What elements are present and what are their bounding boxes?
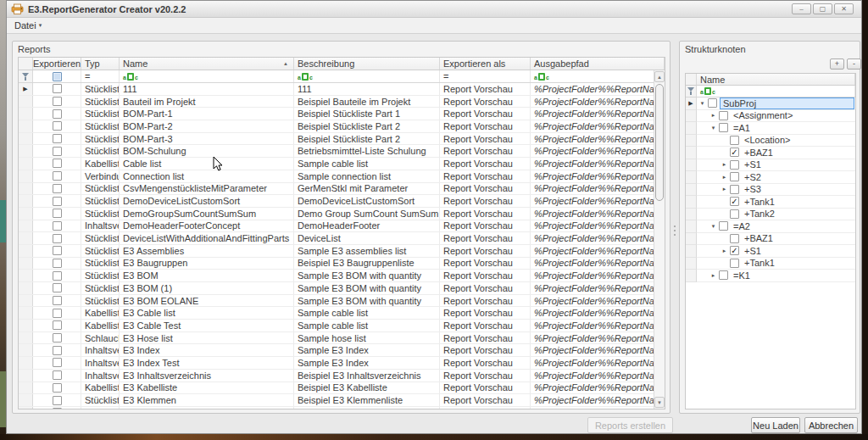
exportieren-cell[interactable] xyxy=(33,170,81,182)
expand-expanded-icon[interactable]: ▾ xyxy=(708,125,719,131)
filter-name[interactable]: ac xyxy=(120,70,294,82)
exportieren-checkbox[interactable] xyxy=(53,358,62,367)
exportieren-cell[interactable] xyxy=(33,357,81,369)
tree-node-label[interactable]: +S1 xyxy=(742,246,764,256)
tree-node-checkbox[interactable] xyxy=(730,259,739,268)
filter-typ[interactable]: = xyxy=(81,70,120,82)
exportieren-checkbox[interactable] xyxy=(53,147,62,156)
exportieren-checkbox[interactable] xyxy=(53,159,62,168)
exportieren-cell[interactable] xyxy=(33,195,81,207)
exportieren-cell[interactable] xyxy=(33,158,81,170)
exportieren-cell[interactable] xyxy=(33,96,81,108)
table-row[interactable]: SchlauchlisteE3 Hose listSample hose lis… xyxy=(19,332,665,345)
tree-row[interactable]: ▸+S2 xyxy=(686,171,855,184)
scrollbar-thumb[interactable] xyxy=(655,84,664,201)
exportieren-cell[interactable] xyxy=(33,232,81,244)
exportieren-checkbox[interactable] xyxy=(53,396,62,405)
exportieren-checkbox[interactable] xyxy=(53,346,62,355)
expand-collapsed-icon[interactable]: ▸ xyxy=(719,174,730,181)
table-row[interactable]: StücklisteE3 MengenstücklisteBeispiel E3… xyxy=(19,407,665,409)
table-row[interactable]: StücklisteE3 BaugruppenBeispiel E3 Baugr… xyxy=(19,258,665,270)
exportieren-checkbox[interactable] xyxy=(53,259,62,268)
tree-row[interactable]: <Location> xyxy=(686,135,855,148)
tree-node-label[interactable]: <Assignment> xyxy=(731,110,795,120)
exportieren-cell[interactable] xyxy=(33,394,81,406)
tree-row[interactable]: ▾=A2 xyxy=(686,220,855,233)
tree-node-label[interactable]: <Location> xyxy=(742,135,793,145)
tree-row[interactable]: ▸+S3 xyxy=(686,184,855,197)
filter-exportieren[interactable] xyxy=(33,70,81,82)
expand-collapsed-icon[interactable]: ▸ xyxy=(719,248,730,254)
table-row[interactable]: StücklisteCsvMengenstücklisteMitParamete… xyxy=(19,183,665,196)
close-icon[interactable]: ✕ xyxy=(834,3,854,14)
table-row[interactable]: KabellisteE3 KabellisteBeispiel E3 Kabel… xyxy=(19,382,665,395)
exportieren-cell[interactable] xyxy=(33,307,81,319)
tree-node-checkbox[interactable] xyxy=(730,234,739,243)
tree-node-label[interactable]: =A1 xyxy=(731,123,753,133)
exportieren-cell[interactable] xyxy=(33,120,81,132)
table-row[interactable]: StücklisteE3 KlemmenBeispiel E3 Klemmenl… xyxy=(19,394,665,407)
expand-collapsed-icon[interactable]: ▸ xyxy=(708,272,719,279)
exportieren-cell[interactable] xyxy=(33,320,81,331)
add-node-button[interactable]: + xyxy=(830,58,844,70)
tree-filter-name[interactable]: ac xyxy=(697,86,855,97)
exportieren-checkbox[interactable] xyxy=(53,197,62,206)
filter-beschreibung[interactable]: ac xyxy=(294,70,440,82)
table-row[interactable]: Inhaltsverzeic...DemoHeaderFooterConcept… xyxy=(19,220,665,233)
exportieren-cell[interactable] xyxy=(33,133,81,145)
exportieren-checkbox[interactable] xyxy=(53,234,62,243)
exportieren-cell[interactable] xyxy=(33,344,81,356)
exportieren-checkbox[interactable] xyxy=(53,184,62,193)
table-row[interactable]: StücklisteDemoGroupSumCountSumSumDemo Gr… xyxy=(19,208,665,220)
exportieren-checkbox[interactable] xyxy=(53,333,62,343)
tree-node-checkbox[interactable] xyxy=(730,209,739,219)
exportieren-cell[interactable] xyxy=(33,332,81,344)
exportieren-cell[interactable] xyxy=(33,208,81,220)
table-row[interactable]: StücklisteDemoDeviceListCustomSortDemoDe… xyxy=(19,195,665,208)
tree-row[interactable]: ✓+BAZ1 xyxy=(686,147,855,159)
menu-datei[interactable]: Datei ▾ xyxy=(9,19,47,32)
tree-row[interactable]: ▸=K1 xyxy=(686,270,855,282)
exportieren-checkbox[interactable] xyxy=(53,296,62,305)
column-header-typ[interactable]: Typ xyxy=(81,58,120,70)
neu-laden-button[interactable]: Neu Laden xyxy=(751,417,800,433)
column-header-ausgabepfad[interactable]: Ausgabepfad xyxy=(531,58,665,70)
tree-node-checkbox[interactable] xyxy=(730,136,739,145)
exportieren-cell[interactable] xyxy=(33,407,81,409)
tree-node-label[interactable]: +Tank1 xyxy=(742,258,777,268)
expand-collapsed-icon[interactable]: ▸ xyxy=(708,112,719,119)
table-row[interactable]: Inhaltsverzeic...E3 InhaltsverzeichnisBe… xyxy=(19,370,665,382)
maximize-icon[interactable]: ▢ xyxy=(813,3,832,14)
exportieren-checkbox[interactable] xyxy=(53,109,62,119)
table-row[interactable]: KabellisteCable listSample cable listRep… xyxy=(19,158,665,170)
table-row[interactable]: StücklisteE3 BOM (1)Sample E3 BOM with q… xyxy=(19,282,665,295)
tree-node-label[interactable]: =K1 xyxy=(731,270,753,281)
table-row[interactable]: StücklisteBauteil im ProjektBeispiel Bau… xyxy=(19,96,665,109)
table-row[interactable]: StücklisteBOM-SchulungBetriebsmimttel-Li… xyxy=(19,145,665,158)
tree-node-checkbox[interactable] xyxy=(719,270,728,280)
exportieren-checkbox[interactable] xyxy=(53,383,62,393)
exportieren-cell[interactable] xyxy=(33,245,81,257)
minimize-icon[interactable]: – xyxy=(792,3,811,14)
tree-node-checkbox[interactable]: ✓ xyxy=(730,246,739,255)
abbrechen-button[interactable]: Abbrechen xyxy=(804,417,858,433)
exportieren-cell[interactable] xyxy=(33,370,81,382)
exportieren-checkbox[interactable] xyxy=(53,171,62,181)
tree-row[interactable]: +Tank1 xyxy=(686,258,855,270)
tree-row[interactable]: ✓+Tank1 xyxy=(686,196,855,209)
exportieren-checkbox[interactable] xyxy=(53,283,62,292)
tree-row[interactable]: +BAZ1 xyxy=(686,233,855,246)
exportieren-cell[interactable] xyxy=(33,145,81,157)
expand-expanded-icon[interactable]: ▾ xyxy=(708,223,719,230)
exportieren-cell[interactable] xyxy=(33,183,81,195)
tree-row[interactable]: +Tank2 xyxy=(686,209,855,221)
title-bar[interactable]: E3.ReportGenerator Creator v20.2.2 – ▢ ✕ xyxy=(7,1,861,18)
tree-row[interactable]: ▾=A1 xyxy=(686,122,855,135)
tree-row[interactable]: ▶▾SubProj xyxy=(686,97,855,110)
exportieren-cell[interactable] xyxy=(33,270,81,281)
exportieren-cell[interactable] xyxy=(33,220,81,232)
tree-node-checkbox[interactable] xyxy=(730,160,739,170)
table-row[interactable]: Inhaltsverzeic...E3 Index TestSample E3 … xyxy=(19,357,665,370)
scroll-up-icon[interactable]: ▲ xyxy=(654,71,665,82)
table-row[interactable]: ▶Stückliste111111Report Vorschau%Project… xyxy=(19,83,665,96)
